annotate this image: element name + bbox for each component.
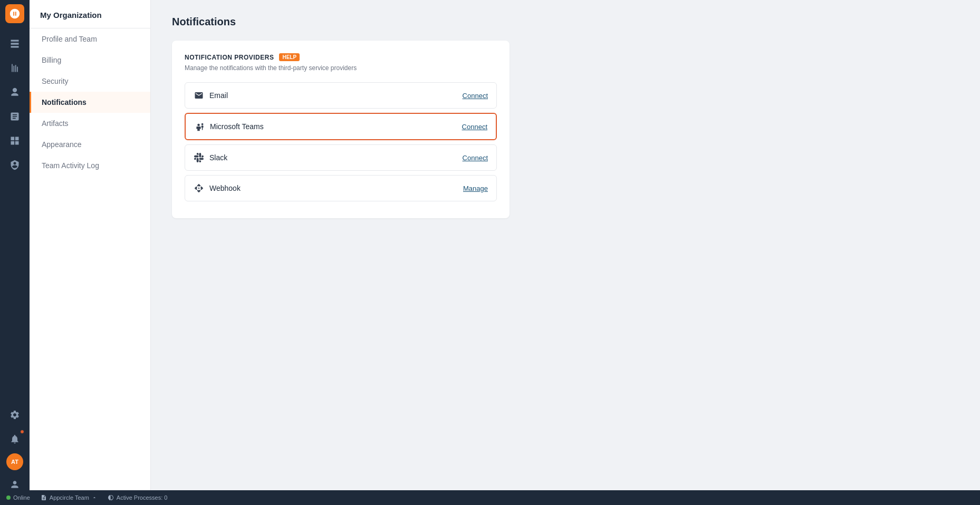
webhook-icon [194,183,204,193]
help-badge[interactable]: HELP [279,53,300,61]
provider-row-webhook: Webhook Manage [185,175,497,201]
settings-bottom-icon[interactable] [4,404,25,425]
provider-row-teams: Microsoft Teams Connect [185,113,497,140]
webhook-provider-name: Webhook [209,184,241,192]
main-content: Notifications NOTIFICATION PROVIDERS HEL… [151,0,980,490]
team-label-status: Appcircle Team [41,494,97,501]
sidebar-item-appearance[interactable]: Appearance [30,134,150,155]
slack-connect-button[interactable]: Connect [463,154,488,162]
provider-left-teams: Microsoft Teams [194,121,264,132]
security-sidebar-icon[interactable] [4,154,25,176]
pipeline-nav-icon[interactable] [4,33,25,54]
online-label: Online [13,494,30,501]
notification-badge-dot [20,430,24,434]
nav-sidebar: My Organization Profile and Team Billing… [30,0,151,490]
email-icon [194,90,204,101]
online-status: Online [6,494,30,501]
chevron-up-icon [92,495,97,500]
processes-label: Active Processes: 0 [117,494,168,501]
sidebar-item-team-activity[interactable]: Team Activity Log [30,155,150,176]
provider-row-slack: Slack Connect [185,144,497,171]
provider-row-email: Email Connect [185,82,497,109]
integrations-nav-icon[interactable] [4,82,25,103]
email-provider-name: Email [209,91,228,100]
webhook-manage-button[interactable]: Manage [463,184,488,192]
sidebar-item-billing[interactable]: Billing [30,50,150,71]
teams-provider-name: Microsoft Teams [210,122,264,131]
svg-rect-2 [11,141,15,145]
user-avatar[interactable]: AT [6,453,23,470]
notifications-bottom-icon[interactable] [4,429,25,450]
processes-status: Active Processes: 0 [108,494,168,501]
icon-sidebar: AT [0,0,30,490]
section-header: NOTIFICATION PROVIDERS HELP [185,53,497,61]
teams-icon [194,121,205,132]
svg-rect-0 [11,137,15,141]
file-icon [41,494,47,501]
provider-left-slack: Slack [194,152,227,163]
sidebar-item-profile[interactable]: Profile and Team [30,28,150,50]
org-header: My Organization [30,0,150,28]
sidebar-item-artifacts[interactable]: Artifacts [30,113,150,134]
slack-icon [194,152,204,163]
app-logo[interactable] [5,4,24,23]
section-title: NOTIFICATION PROVIDERS [185,54,274,61]
email-connect-button[interactable]: Connect [463,92,488,100]
slack-provider-name: Slack [209,153,227,162]
status-bar: Online Appcircle Team Active Processes: … [0,490,980,505]
sidebar-item-security[interactable]: Security [30,71,150,92]
section-desc: Manage the notifications with the third-… [185,64,497,72]
team-label: Appcircle Team [50,494,89,501]
activity-icon [108,494,114,501]
user-profile-icon[interactable] [4,474,25,490]
teams-connect-button[interactable]: Connect [462,123,487,131]
org-title: My Organization [40,11,140,20]
page-title: Notifications [172,16,959,28]
provider-left-email: Email [194,90,228,101]
analytics-nav-icon[interactable] [4,57,25,79]
online-dot [6,496,11,500]
providers-card: NOTIFICATION PROVIDERS HELP Manage the n… [172,41,510,218]
svg-rect-3 [15,141,19,145]
svg-rect-1 [15,137,19,141]
provider-left-webhook: Webhook [194,183,241,193]
builds-nav-icon[interactable] [4,106,25,127]
distribution-nav-icon[interactable] [4,130,25,151]
sidebar-item-notifications[interactable]: Notifications [30,92,150,113]
